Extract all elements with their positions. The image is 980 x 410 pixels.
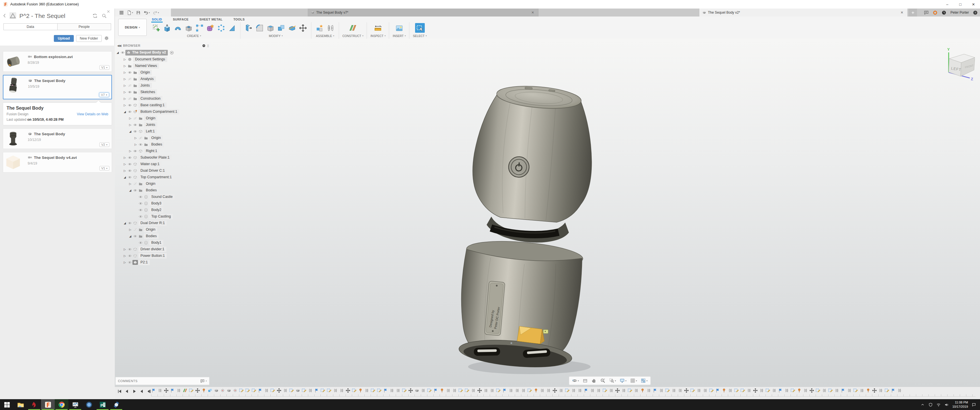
timeline-feature-flag-3[interactable] xyxy=(170,388,175,393)
browser-node-subwoofer-plate-1[interactable]: ▷Subwoofer Plate:1 xyxy=(115,154,210,161)
expand-arrow[interactable]: ◢ xyxy=(115,51,120,54)
browser-node-named-views[interactable]: ▷Named Views xyxy=(115,63,210,69)
timeline-step-forward-button[interactable] xyxy=(139,389,144,394)
taskbar-chrome-icon[interactable] xyxy=(55,399,68,410)
timeline-feature-joint-39[interactable] xyxy=(396,388,401,393)
timeline-feature-move-52[interactable] xyxy=(477,388,482,393)
expand-arrow[interactable]: ◢ xyxy=(123,176,127,179)
eye-hidden-icon[interactable] xyxy=(127,76,132,81)
splitbody-icon[interactable] xyxy=(287,23,297,33)
timeline-feature-joint-109[interactable] xyxy=(834,388,839,393)
circle-minus-icon[interactable] xyxy=(202,44,206,48)
expand-arrow[interactable]: ▷ xyxy=(123,254,127,257)
timeline-feature-joint-57[interactable] xyxy=(509,388,513,393)
taskbar-blue-circle-app-icon[interactable] xyxy=(82,399,96,410)
timeline-feature-flag-69[interactable] xyxy=(584,388,589,393)
eye-visible-icon[interactable] xyxy=(132,149,138,154)
expand-arrow[interactable]: ◢ xyxy=(128,130,132,133)
timeline-feature-sketch-32[interactable] xyxy=(352,388,357,393)
timeline-feature-joint-67[interactable] xyxy=(571,388,576,393)
timeline-feature-move-64[interactable] xyxy=(552,388,557,393)
browser-node-left-1[interactable]: ◢Left:1 xyxy=(115,128,210,135)
expand-arrow[interactable]: ▷ xyxy=(123,64,127,67)
eye-hidden-icon[interactable] xyxy=(127,83,132,88)
eye-visible-icon[interactable] xyxy=(132,188,138,193)
tab-close-icon[interactable]: ✕ xyxy=(899,11,905,14)
timeline-feature-joint-1[interactable] xyxy=(158,388,162,393)
lookat-tool-icon[interactable] xyxy=(582,378,588,383)
display-tool-icon[interactable]: ▾ xyxy=(620,378,627,383)
ribbon-group-label[interactable]: MODIFY▾ xyxy=(269,34,283,38)
browser-node-bodies[interactable]: ◢Bodies xyxy=(115,233,210,240)
newcomp-icon[interactable] xyxy=(315,23,325,33)
timeline-feature-joint-29[interactable] xyxy=(333,388,338,393)
timeline-feature-joint-84[interactable] xyxy=(678,388,682,393)
expand-arrow[interactable]: ▷ xyxy=(133,143,138,146)
eye-visible-icon[interactable] xyxy=(132,129,138,134)
timeline-feature-combine-9[interactable] xyxy=(208,388,213,393)
ribbon-group-label[interactable]: CONSTRUCT▾ xyxy=(342,34,363,38)
timeline-feature-sketch-24[interactable] xyxy=(302,388,307,393)
viewport-3d[interactable]: Designed by Peter DC Porter ◀◀ BROWSER xyxy=(115,39,980,387)
timeline-feature-joint-101[interactable] xyxy=(784,388,789,393)
timeline-feature-joint-87[interactable] xyxy=(697,388,702,393)
timeline-feature-move-41[interactable] xyxy=(408,388,413,393)
timeline-feature-joint-104[interactable] xyxy=(803,388,808,393)
timeline-feature-joint-92[interactable] xyxy=(728,388,733,393)
save-button[interactable] xyxy=(135,10,142,16)
timeline-feature-sketch-94[interactable] xyxy=(740,388,745,393)
browser-node-joints[interactable]: ▷Joints xyxy=(115,122,210,128)
eye-visible-icon[interactable] xyxy=(132,234,138,238)
upload-button[interactable]: Upload xyxy=(54,35,74,42)
eye-visible-icon[interactable] xyxy=(127,168,132,173)
eye-icon[interactable] xyxy=(120,50,125,55)
timeline-feature-sketch-117[interactable] xyxy=(885,388,889,393)
browser-node-origin[interactable]: ▷Origin xyxy=(115,181,210,187)
zoom-tool-icon[interactable] xyxy=(600,378,605,383)
version-badge[interactable]: V7▾ xyxy=(99,92,109,97)
timeline-feature-jorigin-13[interactable] xyxy=(233,388,238,393)
timeline-feature-joint-95[interactable] xyxy=(747,388,751,393)
timeline-feature-sketch-40[interactable] xyxy=(402,388,407,393)
project-hub-icon[interactable] xyxy=(9,12,16,19)
timeline-feature-joint-30[interactable] xyxy=(339,388,344,393)
browser-node-sketches[interactable]: ▷Sketches xyxy=(115,89,210,95)
timeline-feature-sketch-86[interactable] xyxy=(690,388,695,393)
timeline-feature-sketch-15[interactable] xyxy=(245,388,250,393)
shell-icon[interactable] xyxy=(266,23,275,33)
taskbar-file-explorer-icon[interactable] xyxy=(14,399,27,410)
timeline-feature-joint-77[interactable] xyxy=(634,388,639,393)
timeline-feature-joint-43[interactable] xyxy=(421,388,426,393)
browser-node-document-settings[interactable]: ▷Document Settings xyxy=(115,56,210,63)
undo-button[interactable]: ▾ xyxy=(143,10,151,16)
browser-node-bodies[interactable]: ◢Bodies xyxy=(115,187,210,194)
refresh-icon[interactable] xyxy=(92,13,98,19)
pattern-icon[interactable] xyxy=(194,23,204,33)
model-3d-speaker[interactable]: Designed by Peter DC Porter xyxy=(115,39,980,387)
tab-data[interactable]: Data xyxy=(3,23,57,30)
data-panel-toggle-button[interactable] xyxy=(118,10,125,16)
timeline-feature-sketch-102[interactable] xyxy=(791,388,795,393)
timeline-feature-flag-45[interactable] xyxy=(433,388,438,393)
gridset-tool-icon[interactable]: ▾ xyxy=(630,378,637,383)
browser-node-top-castling[interactable]: Top Castling xyxy=(115,213,210,220)
timeline-feature-joint-59[interactable] xyxy=(521,388,526,393)
timeline-feature-joint-21[interactable] xyxy=(283,388,288,393)
timeline-feature-sketch-93[interactable] xyxy=(734,388,739,393)
view-details-link[interactable]: View Details on Web xyxy=(77,112,108,116)
expand-arrow[interactable]: ▷ xyxy=(128,149,132,153)
timeline-feature-plane-5[interactable] xyxy=(183,388,188,393)
back-chevron-icon[interactable] xyxy=(2,13,8,19)
view-cube[interactable]: Y Z LEFT FRONT xyxy=(938,44,975,81)
ribbon-tab-surface[interactable]: SURFACE xyxy=(172,17,189,22)
timeline-feature-pin-46[interactable] xyxy=(439,388,444,393)
tray-shield-icon[interactable] xyxy=(928,403,933,407)
timeline-feature-joint-4[interactable] xyxy=(177,388,181,393)
timeline-feature-sketch-36[interactable] xyxy=(377,388,382,393)
timeline-feature-sketch-72[interactable] xyxy=(603,388,608,393)
timeline-feature-move-31[interactable] xyxy=(345,388,350,393)
new-folder-button[interactable]: New Folder xyxy=(76,35,102,42)
eye-visible-icon[interactable] xyxy=(138,208,143,212)
taskbar-sync-app-icon[interactable] xyxy=(110,399,123,410)
expand-arrow[interactable]: ▷ xyxy=(123,91,127,94)
